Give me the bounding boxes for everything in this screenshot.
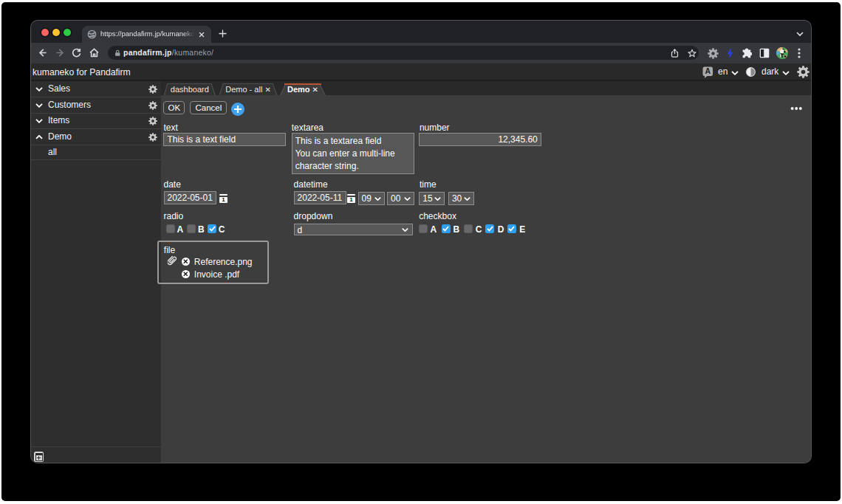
- svg-text:A: A: [705, 66, 711, 75]
